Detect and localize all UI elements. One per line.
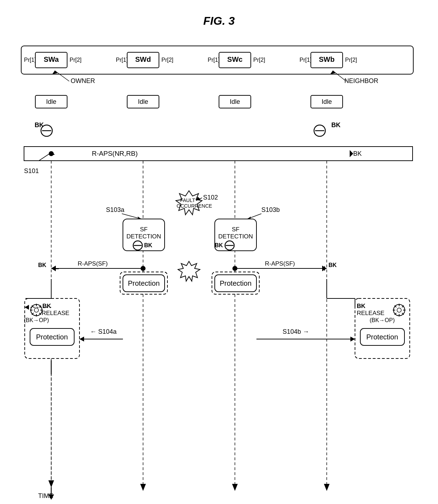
swd-pr2: Pr[2] (161, 57, 173, 63)
owner-label: OWNER (71, 77, 95, 84)
swa-label: SWa (44, 55, 59, 63)
r-aps-sf-left: R-APS(SF) (78, 260, 108, 267)
svg-point-59 (34, 308, 39, 312)
sf-detection-swc-2: DETECTION (218, 233, 253, 240)
idle-swa: Idle (46, 98, 56, 105)
swc-pr1: Pr[1] (208, 57, 220, 63)
protection-swd: Protection (128, 279, 160, 287)
svg-line-7 (333, 71, 346, 81)
swc-label: SWc (227, 55, 242, 63)
svg-marker-46 (178, 261, 200, 281)
bk-release-swb-text1: RELEASE (357, 310, 384, 316)
s103b-label: S103b (261, 206, 280, 213)
swb-pr2: Pr[2] (345, 57, 357, 63)
fault-occurrence: FAULT (180, 197, 195, 203)
diagram-container: FIG. 3 SWa SWd SWc SWb Pr[1] Pr[2] Pr[1]… (0, 0, 438, 504)
protection-swb: Protection (366, 333, 398, 341)
sf-detection-swc-1: SF (232, 226, 239, 233)
svg-point-71 (397, 308, 401, 312)
bk-release-swb-bk: BK (357, 303, 366, 309)
bk-right-raps: BK (328, 262, 337, 268)
swa-pr2: Pr[2] (70, 57, 82, 63)
svg-marker-83 (232, 484, 238, 491)
svg-line-5 (55, 71, 69, 81)
idle-swc: Idle (230, 98, 240, 105)
swb-label: SWb (319, 55, 335, 63)
fault-occurrence-2: OCCURRENCE (177, 203, 212, 209)
r-aps-nr-rb: R-APS(NR,RB) (92, 150, 138, 157)
bk-aps-right: BK (353, 150, 362, 157)
bk-arrow-left: ⟵ (53, 266, 59, 271)
bk-release-swa-text2: (BK→OP) (24, 317, 49, 323)
sf-detection-swd-2: DETECTION (126, 233, 161, 240)
bk-swd-sf: BK (144, 242, 153, 248)
bk-left-raps: BK (38, 262, 47, 268)
swa-pr1: Pr[1] (24, 57, 36, 63)
svg-marker-74 (79, 337, 84, 342)
swc-pr2: Pr[2] (253, 57, 265, 63)
idle-swb: Idle (321, 98, 332, 105)
svg-marker-82 (140, 484, 146, 491)
neighbor-label: NEIGHBOR (344, 77, 378, 84)
swb-pr1: Pr[1] (300, 57, 312, 63)
figure-title: FIG. 3 (203, 14, 235, 27)
protection-swc: Protection (220, 279, 251, 287)
s104b-label: S104b → (283, 328, 309, 335)
swd-pr1: Pr[1] (116, 57, 128, 63)
bk-swc-sf: BK (215, 242, 223, 248)
idle-swd: Idle (138, 98, 148, 105)
s104a-label: ← S104a (90, 328, 117, 335)
svg-marker-79 (48, 480, 54, 487)
s102-label: S102 (203, 194, 218, 201)
bk-release-swb-text2: (BK→OP) (369, 317, 395, 323)
svg-marker-76 (350, 337, 355, 342)
r-aps-sf-right: R-APS(SF) (265, 260, 295, 267)
svg-marker-84 (324, 484, 330, 491)
bk-release-swa-bk: BK (42, 303, 51, 309)
bk-release-swa-text1: RELEASE (42, 310, 69, 316)
sf-detection-swd-1: SF (140, 226, 148, 233)
s101-label: S101 (24, 167, 39, 174)
s103a-label: S103a (106, 206, 125, 213)
bk-right: BK (331, 121, 341, 129)
swd-label: SWd (135, 55, 151, 63)
protection-swa: Protection (36, 333, 68, 341)
